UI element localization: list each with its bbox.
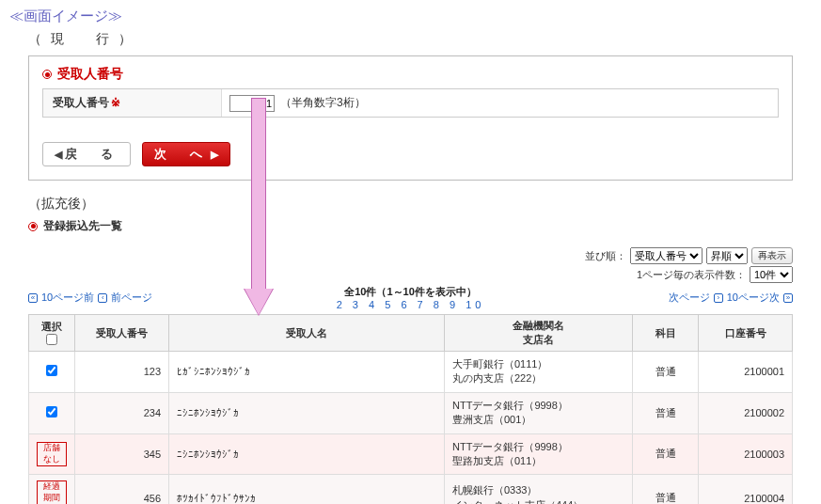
perpage-select[interactable]: 10件 — [750, 266, 793, 283]
cell-bank: 札幌銀行（0333）インターネット支店（444） — [445, 475, 633, 504]
page-link[interactable]: 10 — [466, 299, 484, 310]
page-link[interactable]: 7 — [418, 299, 427, 310]
cell-account: 2100004 — [699, 475, 793, 504]
recipients-table: 選択 受取人番号 受取人名 金融機関名 支店名 科目 口座番号 123ﾋｶﾞｼﾆ… — [28, 314, 793, 504]
cell-account: 2100003 — [699, 433, 793, 475]
section-label: 受取人番号 — [57, 66, 123, 83]
cell-number: 234 — [75, 392, 169, 433]
cell-type: 普通 — [633, 475, 699, 504]
select-all-checkbox[interactable] — [46, 334, 57, 345]
sort-order-select[interactable]: 昇順 — [706, 247, 748, 264]
page-link[interactable]: 2 — [337, 299, 346, 310]
next10-link[interactable]: 10ページ次 — [727, 291, 780, 305]
cell-bank: NTTデータ銀行（9998）聖路加支店（011） — [445, 433, 633, 475]
reshow-button[interactable]: 再表示 — [751, 247, 793, 264]
list-heading: 登録振込先一覧 — [43, 218, 122, 234]
cell-bank: 大手町銀行（0111）丸の内支店（222） — [445, 352, 633, 393]
prev-link[interactable]: 前ページ — [111, 291, 152, 305]
cell-type: 普通 — [633, 392, 699, 433]
subtitle-current: （現 行） — [28, 31, 812, 48]
first-page-icon[interactable]: « — [28, 293, 38, 303]
row-checkbox[interactable] — [46, 406, 57, 417]
page-link[interactable]: 3 — [353, 299, 362, 310]
count-text: 全10件（1～10件を表示中） — [152, 285, 669, 299]
cell-number: 123 — [75, 352, 169, 393]
page-title: ≪画面イメージ≫ — [9, 8, 812, 25]
sort-field-select[interactable]: 受取人番号 — [630, 247, 703, 264]
status-badge: 経過期間中 — [37, 480, 67, 504]
table-row: 経過期間中456ﾎﾂｶｲﾄﾞｳﾌﾄﾞｳｻﾝｶ札幌銀行（0333）インターネット支… — [29, 475, 793, 504]
sort-label: 並び順： — [585, 249, 626, 263]
row-checkbox[interactable] — [46, 365, 57, 376]
status-badge: 店舗なし — [37, 442, 67, 465]
input-hint: （半角数字3桁） — [280, 95, 366, 111]
table-row: 234ﾆｼﾆﾎﾝｼﾖｳｼﾞｶNTTデータ銀行（9998）豊洲支店（001）普通2… — [29, 392, 793, 433]
table-row: 123ﾋｶﾞｼﾆﾎﾝｼﾖｳｼﾞｶ大手町銀行（0111）丸の内支店（222）普通2… — [29, 352, 793, 393]
page-link[interactable]: 4 — [369, 299, 378, 310]
cell-name: ﾆｼﾆﾎﾝｼﾖｳｼﾞｶ — [169, 433, 445, 475]
cell-name: ﾎﾂｶｲﾄﾞｳﾌﾄﾞｳｻﾝｶ — [169, 475, 445, 504]
table-row: 店舗なし345ﾆｼﾆﾎﾝｼﾖｳｼﾞｶNTTデータ銀行（9998）聖路加支店（01… — [29, 433, 793, 475]
field-row: 受取人番号※ （半角数字3桁） — [42, 88, 779, 118]
cell-number: 345 — [75, 433, 169, 475]
recipient-number-input[interactable] — [229, 95, 275, 112]
cell-account: 2100001 — [699, 352, 793, 393]
cell-account: 2100002 — [699, 392, 793, 433]
cell-number: 456 — [75, 475, 169, 504]
prev-page-icon[interactable]: ‹ — [98, 293, 107, 303]
arrow-right-icon: ▶ — [208, 149, 218, 161]
page-numbers-top[interactable]: 2 3 4 5 6 7 8 9 10 — [152, 299, 669, 310]
cell-type: 普通 — [633, 433, 699, 475]
next-link[interactable]: 次ページ — [669, 291, 710, 305]
required-mark: ※ — [111, 96, 120, 109]
radio-icon — [42, 70, 52, 79]
panel-current: 受取人番号 受取人番号※ （半角数字3桁） ◀ 戻 る 次 へ ▶ — [28, 55, 793, 181]
col-account: 口座番号 — [699, 315, 793, 352]
page-link[interactable]: 6 — [401, 299, 410, 310]
back-button[interactable]: ◀ 戻 る — [42, 142, 131, 166]
cell-name: ﾋｶﾞｼﾆﾎﾝｼﾖｳｼﾞｶ — [169, 352, 445, 393]
page-link[interactable]: 9 — [450, 299, 459, 310]
page-link[interactable]: 8 — [434, 299, 443, 310]
radio-icon — [28, 222, 38, 231]
subtitle-after: （拡充後） — [28, 196, 812, 213]
col-name: 受取人名 — [169, 315, 445, 352]
pager-top: « 10ページ前 ‹ 前ページ 全10件（1～10件を表示中） 2 3 4 5 … — [28, 285, 793, 310]
last-page-icon[interactable]: » — [783, 293, 793, 303]
prev10-link[interactable]: 10ページ前 — [41, 291, 94, 305]
arrow-left-icon: ◀ — [55, 149, 65, 161]
col-type: 科目 — [633, 315, 699, 352]
cell-type: 普通 — [633, 352, 699, 393]
col-bank: 金融機関名 支店名 — [445, 315, 633, 352]
col-select: 選択 — [29, 315, 75, 352]
col-number: 受取人番号 — [75, 315, 169, 352]
field-label: 受取人番号※ — [43, 89, 222, 117]
perpage-label: 1ページ毎の表示件数： — [637, 268, 746, 282]
next-page-icon[interactable]: › — [714, 293, 723, 303]
page-link[interactable]: 5 — [385, 299, 394, 310]
cell-name: ﾆｼﾆﾎﾝｼﾖｳｼﾞｶ — [169, 392, 445, 433]
cell-bank: NTTデータ銀行（9998）豊洲支店（001） — [445, 392, 633, 433]
next-button[interactable]: 次 へ ▶ — [142, 142, 230, 166]
